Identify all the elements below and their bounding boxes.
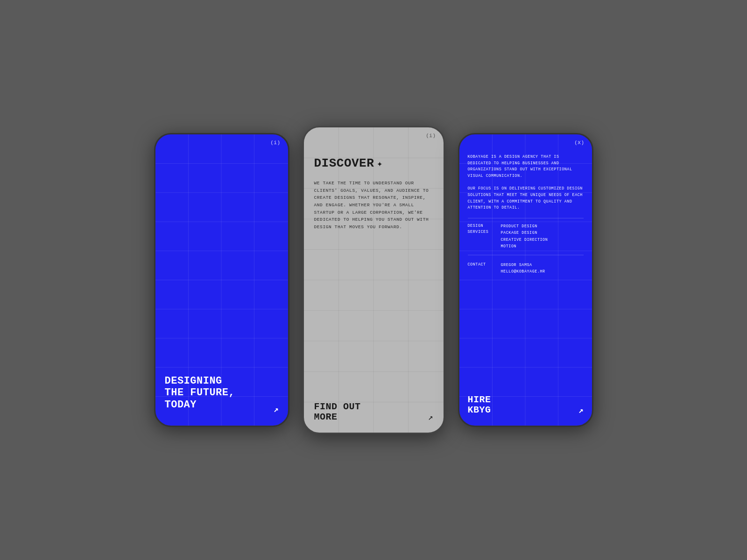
phone-1-title: DESIGNING THE FUTURE, TODAY — [165, 375, 235, 411]
phone-3-close-icon[interactable]: (X) — [574, 140, 584, 146]
phone-3-arrow[interactable]: ↗ — [578, 405, 584, 415]
phone-3-bottom: HIRE KBYG ↗ — [459, 387, 592, 426]
service-item-1: PRODUCT DESIGN — [501, 223, 548, 230]
phone-3-topbar: (X) — [459, 134, 592, 149]
phone-2-bottom: FIND OUT MORE ↗ — [304, 394, 444, 433]
contact-email: HELLO@KOBAYAGE.HR — [501, 268, 545, 275]
contact-label: CONTACT — [468, 262, 493, 275]
phone-1: (i) DESIGNING THE FUTURE, TODAY ↗ — [154, 133, 289, 427]
phone-2-arrow[interactable]: ↗ — [428, 412, 433, 422]
phone-1-bottom: DESIGNING THE FUTURE, TODAY ↗ — [155, 366, 288, 426]
phone-2-info-icon[interactable]: (i) — [426, 133, 436, 139]
phone-3-desc1: KOBAYAGE IS A DESIGN AGENCY THAT IS DEDI… — [468, 154, 584, 179]
phone-3-services: DESIGNSERVICES PRODUCT DESIGN PACKAGE DE… — [468, 223, 584, 250]
service-item-2: PACKAGE DESIGN — [501, 230, 548, 236]
hire-label: HIRE KBYG — [468, 395, 491, 415]
service-item-3: CREATIVE DIRECTION — [501, 237, 548, 243]
phone-2-topbar: (i) — [304, 127, 444, 142]
services-label: DESIGNSERVICES — [468, 223, 493, 250]
phone-1-info-icon[interactable]: (i) — [270, 140, 280, 146]
discover-diamond: ✦ — [377, 158, 383, 169]
phone-2: (i) DISCOVER✦ WE TAKE THE TIME TO UNDERS… — [303, 126, 445, 434]
phone-3-contact: CONTACT GREGOR SAMSA HELLO@KOBAYAGE.HR — [468, 262, 584, 275]
contact-name: GREGOR SAMSA — [501, 262, 545, 268]
services-list: PRODUCT DESIGN PACKAGE DESIGN CREATIVE D… — [501, 223, 548, 250]
service-item-4: MOTION — [501, 243, 548, 250]
phone-1-arrow[interactable]: ↗ — [274, 404, 279, 414]
phone-1-topbar: (i) — [155, 134, 288, 149]
discover-title: DISCOVER✦ — [314, 156, 433, 170]
phone-2-main: DISCOVER✦ WE TAKE THE TIME TO UNDERSTAND… — [304, 142, 444, 231]
discover-body: WE TAKE THE TIME TO UNDERSTAND OUR CLIEN… — [314, 180, 433, 231]
find-out-label: FIND OUT MORE — [314, 402, 361, 422]
phone-3-main: KOBAYAGE IS A DESIGN AGENCY THAT IS DEDI… — [459, 149, 592, 275]
phone-3: (X) KOBAYAGE IS A DESIGN AGENCY THAT IS … — [458, 133, 593, 427]
phones-container: (i) DESIGNING THE FUTURE, TODAY ↗ — [154, 126, 593, 434]
divider-1 — [468, 218, 584, 218]
phone-3-desc2: OUR FOCUS IS ON DELIVERING CUSTOMIZED DE… — [468, 186, 584, 211]
contact-info: GREGOR SAMSA HELLO@KOBAYAGE.HR — [501, 262, 545, 275]
divider-2 — [468, 255, 584, 255]
